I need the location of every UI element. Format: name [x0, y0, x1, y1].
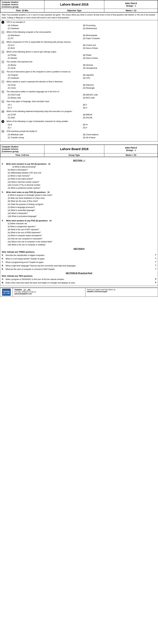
q10-opt-a: (A) STOP: [8, 113, 81, 116]
q9-content: How many types of language, does transla…: [6, 100, 156, 109]
section1-title: SECTION – I: [2, 159, 156, 162]
essay-q2-sub-list: (i) What is data processing? (ii) What i…: [6, 166, 156, 190]
header-subject: Computer Studies/ Computer Science (Comm…: [0, 0, 44, 9]
q11-content: Which of the following is a type of decl…: [6, 120, 156, 129]
s2-q7-marks: 7: [153, 261, 156, 264]
header-table-1: Computer Studies/ Computer Science (Comm…: [0, 0, 158, 12]
note-section: Note: Four possible answers A, B, C and …: [0, 12, 158, 20]
q12-options: (A) Withdraw cash (B) Check balance (C) …: [6, 133, 156, 139]
essay-q4-sub-ii: (ii) What is assignment operator?: [8, 225, 156, 228]
essay-q4-sub-viii: (viii) What is the use of computer in re…: [8, 243, 156, 246]
essay-q2-main: Write short answers to any SIX (6) quest…: [6, 162, 156, 166]
q5-opt-c: (C) Octal: [8, 67, 81, 70]
header-marks: Marks = 12: [104, 9, 158, 12]
q7-opt-c: (C) Circle: [8, 86, 81, 90]
q10-options: (A) STOP (B) BREAK (C) END (D) PAUSE: [6, 113, 156, 119]
q4-content: Which of the following device is used to…: [6, 50, 156, 60]
s2-q8-marks: 7: [153, 264, 156, 267]
q7-circle: 7: [2, 80, 4, 83]
essay-paper: Computer Studies/ Computer Science (Comm…: [0, 144, 158, 297]
q9-opt-d: (D) 4: [83, 106, 156, 109]
header2-board: Lahore Board 2016: [44, 145, 104, 154]
q12-num: 12: [2, 130, 6, 133]
q12-text: ATM machines provide the facility of :: [6, 130, 156, 133]
q1-opt-b: (B) Processing: [83, 24, 156, 27]
question-1: 1 CPU is an example of : (A) Software (B…: [2, 21, 156, 30]
essay-q3-marks: 10: [48, 191, 50, 194]
s2-q7-num: 7.: [2, 261, 6, 264]
question-2: 2 Which of the following computer is the…: [2, 31, 156, 40]
essay-q3-sub-v: (v) What is language processor?: [8, 206, 156, 209]
q1-text: CPU is an example of :: [6, 21, 156, 24]
q9-opt-c: (C) 3: [8, 106, 81, 109]
essay-q2-num: 2.: [2, 162, 6, 165]
s2-q5-marks: 7: [153, 254, 156, 257]
q11-opt-c: (C) !: [8, 126, 81, 129]
question-9: 9 How many types of language, does trans…: [2, 100, 156, 109]
header-time: Time: 15 Min.: [0, 9, 44, 12]
q7-options: (A) Arrow (B) Diamond (C) Circle (D) Rec…: [6, 84, 156, 90]
footer-logo: Talabilm طالب علم: [0, 288, 13, 296]
q3-circle: 3: [2, 41, 4, 44]
q6-num: 6: [2, 70, 6, 73]
question-6: 6 The set of instructions given to the c…: [2, 70, 156, 80]
s3-qa-text: Write a program in GW-BASIC to find sum …: [6, 278, 153, 281]
q8-opt-c: (C) Binary code: [8, 96, 81, 99]
header2-marks: Marks = 63: [104, 153, 158, 157]
q5-options: (A) Binary (B) Decimal (C) Octal (D) Hex…: [6, 64, 156, 70]
q1-opt-a: (A) Software: [8, 24, 81, 27]
essay-q4: 4. Write short answers to any FIVE (5) q…: [2, 219, 156, 246]
q2-opt-c: (C) PC: [8, 37, 81, 40]
footer-logo-box: Talabilm طالب علم: [2, 289, 11, 296]
essay-q3-content: Write short notes on any FIVE (5) questi…: [6, 191, 156, 218]
section2-q5: 5. Describe the classification of digita…: [2, 254, 156, 257]
q3-opt-d: (D) None of these: [83, 47, 156, 50]
essay-q2-sub-ii: (ii) What is information?: [8, 168, 156, 172]
essay-q4-instruction: Write short answers to any FIVE (5) ques…: [6, 220, 48, 222]
footer: Talabilm طالب علم Talabilm طالب علم For …: [0, 288, 158, 297]
essay-q3-sub-iii: (iii) What are the uses of flow chart?: [8, 200, 156, 203]
section2-q6: 6. What is a non-impact printer? Explain…: [2, 258, 156, 260]
essay-q2-sub-ix: (ix) What is positional number system?: [8, 186, 156, 190]
q4-opt-b: (B) Plotter: [83, 54, 156, 56]
footer-website[interactable]: talabilm.com/send-paper: [87, 290, 156, 292]
question-10: 10 Which of the following statement temp…: [2, 110, 156, 119]
essay-q2-marks: 12: [48, 163, 50, 165]
q8-num: 8: [2, 90, 6, 93]
essay-q4-num: 4.: [2, 219, 6, 222]
q7-opt-a: (A) Arrow: [8, 84, 81, 86]
q3-options: (A) ALU (B) Control unit (C) BUS (D) Non…: [6, 44, 156, 50]
q8-opt-b: (B) EBCDIC code: [83, 94, 156, 96]
q6-opt-c: (C) Hardware: [8, 77, 81, 80]
q12-opt-a: (A) Withdraw cash: [8, 133, 81, 136]
s3-qb-marks: 5: [153, 282, 156, 284]
question-4: 4 Which of the following device is used …: [2, 50, 156, 60]
q11-circle: 11: [2, 120, 4, 123]
s2-q8-num: 8.: [2, 264, 6, 267]
q3-text: Which component of CPU is responsible fo…: [6, 41, 156, 44]
essay-q3-sub-list: (i) What is purpose of rectangle symbol …: [6, 194, 156, 218]
q1-opt-d: (D) Motherboard: [83, 27, 156, 30]
q7-opt-d: (D) Rectangle: [83, 86, 156, 90]
q11-opt-a: (A) $: [8, 123, 81, 126]
essay-q4-sub-list: (i) Define character set. (ii) What is a…: [6, 222, 156, 246]
essay-q3: 3. Write short notes on any FIVE (5) que…: [2, 191, 156, 218]
header-board: Lahore Board 2016: [44, 0, 104, 9]
question-7: 7 Which symbol is used to represent the …: [2, 80, 156, 90]
footer-left-brand: Talabilm طالب علم: [14, 289, 84, 291]
essay-q3-sub-viii: (viii) What is procedural language?: [8, 215, 156, 218]
footer-email[interactable]: admin@talabilm.com: [14, 293, 84, 295]
question-5: 5 The number 2A8 represent the : (A) Bin…: [2, 60, 156, 70]
essay-q2-sub-vi: (vi) What is dot-matrix printer?: [8, 178, 156, 180]
q8-opt-d: (D) BCD code: [83, 96, 156, 99]
header-part: Inter Part-II Group – I: [104, 0, 158, 9]
q11-opt-d: (D) #: [83, 126, 156, 129]
section2-note: Note: Attempt any THREE questions.: [2, 251, 156, 253]
q7-num: 7: [2, 80, 6, 83]
essay-q3-sub-iv: (iv) State the purpose of testing a prog…: [8, 203, 156, 206]
s2-q6-num: 6.: [2, 258, 6, 260]
header2-subject: Computer Studies/ Computer Science (Comm…: [0, 145, 44, 154]
q7-content: Which symbol is used to represent the di…: [6, 80, 156, 90]
essay-q3-main: Write short notes on any FIVE (5) questi…: [6, 191, 156, 194]
q12-content: ATM machines provide the facility of : (…: [6, 130, 156, 139]
